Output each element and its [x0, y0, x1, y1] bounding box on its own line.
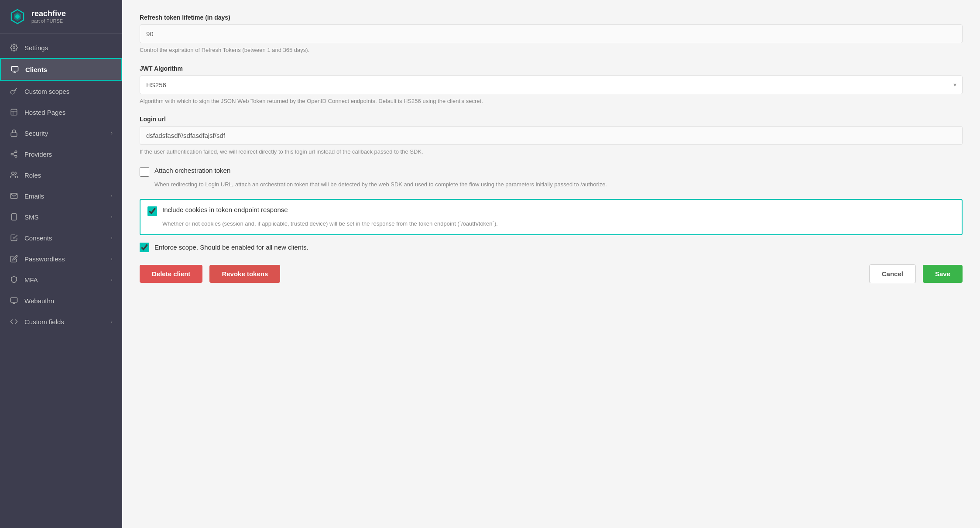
sidebar-item-roles[interactable]: Roles: [0, 165, 122, 185]
sidebar-label-roles: Roles: [24, 171, 41, 179]
revoke-tokens-button[interactable]: Revoke tokens: [209, 265, 280, 283]
include-cookies-checkbox-item: Include cookies in token endpoint respon…: [147, 206, 955, 216]
enforce-scope-checkbox[interactable]: [140, 243, 149, 252]
monitor2-icon: [10, 296, 18, 305]
svg-point-17: [12, 172, 14, 175]
svg-point-3: [13, 47, 15, 49]
logo-name: reachfive: [31, 10, 66, 18]
svg-point-13: [11, 153, 13, 155]
svg-point-12: [15, 151, 17, 153]
action-bar: Delete client Revoke tokens Cancel Save: [140, 264, 963, 283]
svg-rect-4: [12, 66, 18, 71]
hosted-pages-icon: [10, 108, 18, 117]
svg-line-15: [13, 154, 15, 156]
jwt-algorithm-select[interactable]: HS256 RS256 ES256: [140, 75, 963, 94]
sidebar-item-webauthn[interactable]: Webauthn: [0, 290, 122, 311]
sidebar-item-mfa[interactable]: MFA ›: [0, 269, 122, 290]
chevron-right-icon: ›: [111, 235, 113, 241]
sidebar-item-custom-fields[interactable]: Custom fields ›: [0, 311, 122, 332]
sidebar-label-hosted-pages: Hosted Pages: [24, 109, 65, 116]
key-icon: [10, 87, 18, 96]
check-square-icon: [10, 233, 18, 242]
chevron-right-icon: ›: [111, 214, 113, 220]
sidebar-label-settings: Settings: [24, 44, 48, 51]
sidebar-item-custom-scopes[interactable]: Custom scopes: [0, 81, 122, 102]
login-url-label: Login url: [140, 116, 963, 123]
svg-rect-20: [11, 298, 17, 302]
login-url-description: If the user authentication failed, we wi…: [140, 147, 963, 156]
sidebar-label-clients: Clients: [25, 66, 47, 73]
refresh-token-label: Refresh token lifetime (in days): [140, 14, 963, 21]
sidebar-nav: Settings Clients Custom scopes: [0, 34, 122, 528]
people-icon: [10, 171, 18, 179]
code-icon: [10, 317, 18, 326]
main-content: Refresh token lifetime (in days) Control…: [122, 0, 980, 528]
chevron-right-icon: ›: [111, 130, 113, 136]
svg-rect-11: [11, 133, 17, 136]
sidebar-item-emails[interactable]: Emails ›: [0, 185, 122, 206]
enforce-scope-checkbox-wrapper[interactable]: [140, 243, 149, 252]
refresh-token-field-group: Refresh token lifetime (in days) Control…: [140, 14, 963, 55]
refresh-token-description: Control the expiration of Refresh Tokens…: [140, 46, 963, 55]
sidebar-item-providers[interactable]: Providers: [0, 144, 122, 165]
delete-client-button[interactable]: Delete client: [140, 265, 202, 283]
jwt-algorithm-field-group: JWT Algorithm HS256 RS256 ES256 ▾ Algori…: [140, 65, 963, 106]
sidebar-label-mfa: MFA: [24, 276, 38, 284]
chevron-right-icon: ›: [111, 319, 113, 325]
chevron-right-icon: ›: [111, 193, 113, 199]
include-cookies-highlight-box: Include cookies in token endpoint respon…: [140, 199, 963, 235]
sidebar-label-security: Security: [24, 130, 48, 137]
email-icon: [10, 192, 18, 200]
login-url-input[interactable]: [140, 126, 963, 145]
svg-point-2: [15, 14, 20, 19]
jwt-algorithm-select-wrapper: HS256 RS256 ES256 ▾: [140, 75, 963, 94]
svg-line-16: [13, 152, 15, 154]
shield-icon: [10, 275, 18, 284]
sidebar-label-emails: Emails: [24, 192, 44, 200]
sidebar-label-custom-scopes: Custom scopes: [24, 88, 69, 95]
sidebar-label-consents: Consents: [24, 234, 52, 242]
sidebar-item-hosted-pages[interactable]: Hosted Pages: [0, 102, 122, 123]
reachfive-logo-icon: [9, 8, 26, 25]
logo-sub: part of PURSE: [31, 18, 66, 24]
sidebar-item-clients[interactable]: Clients: [0, 58, 122, 81]
jwt-algorithm-description: Algorithm with which to sign the JSON We…: [140, 97, 963, 106]
attach-orchestration-checkbox-item: Attach orchestration token: [140, 167, 963, 177]
enforce-scope-label: Enforce scope. Should be enabled for all…: [154, 243, 308, 251]
attach-orchestration-field-group: Attach orchestration token When redirect…: [140, 167, 963, 189]
svg-rect-8: [11, 109, 17, 115]
sidebar: reachfive part of PURSE Settings Clients: [0, 0, 122, 528]
sidebar-item-passwordless[interactable]: Passwordless ›: [0, 248, 122, 269]
sidebar-label-webauthn: Webauthn: [24, 297, 54, 305]
sidebar-label-passwordless: Passwordless: [24, 255, 65, 263]
login-url-field-group: Login url If the user authentication fai…: [140, 116, 963, 156]
jwt-algorithm-label: JWT Algorithm: [140, 65, 963, 72]
save-button[interactable]: Save: [923, 265, 963, 283]
pencil-icon: [10, 254, 18, 263]
attach-orchestration-checkbox[interactable]: [140, 167, 149, 177]
attach-orchestration-label: Attach orchestration token: [154, 167, 230, 174]
sidebar-label-custom-fields: Custom fields: [24, 318, 64, 326]
monitor-icon: [10, 65, 19, 74]
sms-icon: [10, 213, 18, 221]
include-cookies-checkbox[interactable]: [147, 206, 157, 216]
attach-orchestration-checkbox-wrapper[interactable]: [140, 167, 149, 177]
lock-icon: [10, 129, 18, 137]
sidebar-item-sms[interactable]: SMS ›: [0, 206, 122, 227]
sidebar-label-sms: SMS: [24, 213, 39, 221]
chevron-right-icon: ›: [111, 256, 113, 262]
sidebar-item-consents[interactable]: Consents ›: [0, 227, 122, 248]
include-cookies-description: Whether or not cookies (session and, if …: [147, 219, 955, 228]
share-icon: [10, 150, 18, 158]
refresh-token-input[interactable]: [140, 24, 963, 43]
sidebar-item-settings[interactable]: Settings: [0, 37, 122, 58]
enforce-scope-item: Enforce scope. Should be enabled for all…: [140, 242, 963, 252]
include-cookies-label: Include cookies in token endpoint respon…: [162, 206, 288, 213]
svg-point-7: [11, 91, 14, 94]
chevron-right-icon: ›: [111, 277, 113, 283]
include-cookies-checkbox-wrapper[interactable]: [147, 206, 157, 216]
sidebar-item-security[interactable]: Security ›: [0, 123, 122, 144]
svg-point-14: [15, 155, 17, 158]
cancel-button[interactable]: Cancel: [869, 264, 916, 283]
gear-icon: [10, 43, 18, 52]
